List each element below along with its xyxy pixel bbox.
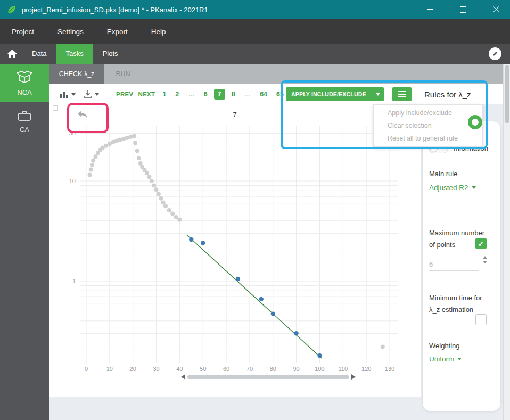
x-tick-label: 110	[339, 366, 348, 372]
included-point[interactable]	[317, 353, 322, 358]
menu-export[interactable]: Export	[107, 28, 128, 36]
spin-down-icon[interactable]	[483, 261, 487, 263]
plot-type-dropdown[interactable]	[60, 90, 76, 98]
excluded-point[interactable]	[161, 200, 166, 204]
menu-item-apply-include-exclude[interactable]: Apply include/exclude	[374, 106, 482, 119]
included-point[interactable]	[236, 277, 240, 281]
excluded-point[interactable]	[167, 208, 171, 212]
excluded-point[interactable]	[381, 345, 385, 349]
download-icon	[83, 90, 93, 98]
menu-item-reset-all-to-general-rule[interactable]: Reset all to general rule	[374, 132, 482, 145]
excluded-point[interactable]	[135, 149, 139, 153]
excluded-point[interactable]	[150, 179, 154, 183]
task-sidebar: NCA CA	[0, 64, 49, 420]
pager-page-6[interactable]: 6	[201, 89, 210, 100]
x-tick-label: 40	[176, 366, 183, 372]
excluded-point[interactable]	[137, 156, 141, 160]
close-button[interactable]	[482, 0, 510, 19]
check-toolbar: PREV NEXT 12…678…6465 APPLY INCLUDE/EXCL…	[49, 84, 503, 104]
scrollbar-thumb[interactable]	[505, 65, 509, 123]
included-point[interactable]	[201, 241, 205, 245]
x-tick-label: 100	[315, 366, 324, 372]
tab-tasks[interactable]: Tasks	[56, 44, 93, 64]
titlebar: project_Remi_infusion_SD.pkx [demo] * - …	[0, 0, 510, 19]
excluded-point[interactable]	[145, 171, 149, 175]
excluded-point[interactable]	[174, 215, 178, 219]
excluded-point[interactable]	[132, 134, 136, 138]
excluded-point[interactable]	[177, 218, 182, 222]
main-rule-select[interactable]: Adjusted R2	[429, 184, 476, 192]
tab-check-lambda-z[interactable]: CHECK λ_z	[49, 64, 104, 84]
tab-plots[interactable]: Plots	[93, 44, 128, 64]
menubar-items: ProjectSettingsExportHelp	[0, 19, 510, 44]
scrollbar-track[interactable]	[187, 375, 349, 379]
export-dropdown[interactable]	[83, 90, 99, 98]
spin-up-icon[interactable]	[483, 256, 487, 259]
sidebar-item-nca[interactable]: NCA	[0, 64, 49, 102]
scroll-right-icon[interactable]	[351, 374, 356, 380]
menu-settings[interactable]: Settings	[57, 28, 84, 36]
feedback-chat-button[interactable]	[489, 47, 501, 60]
pager-page-8[interactable]: 8	[229, 89, 238, 100]
pager-pages: 12…678…6465	[160, 89, 286, 100]
x-tick-label: 70	[246, 366, 253, 372]
weighting-value: Uniform	[429, 355, 454, 363]
lambda-z-plot[interactable]: 301010102030405060708090100110120130	[49, 104, 421, 397]
next-button[interactable]: NEXT	[138, 91, 155, 97]
apply-dropdown-button[interactable]	[372, 87, 384, 101]
home-icon[interactable]	[2, 44, 22, 64]
x-tick-label: 10	[106, 366, 113, 372]
vertical-scrollbar[interactable]	[503, 64, 510, 420]
pager-page-1[interactable]: 1	[160, 89, 169, 100]
panel-round-button[interactable]	[468, 115, 482, 129]
tab-run[interactable]: RUN	[104, 64, 142, 84]
apply-include-exclude-button[interactable]: APPLY INCLUDE/EXCLUDE	[286, 87, 372, 101]
excluded-point[interactable]	[154, 187, 159, 192]
plot-x-scrollbar[interactable]	[181, 373, 356, 381]
pager-ellipsis: …	[242, 89, 254, 100]
excluded-point[interactable]	[133, 141, 137, 145]
pager-ellipsis: …	[185, 89, 198, 100]
max-points-input[interactable]: 6	[429, 256, 479, 271]
included-point[interactable]	[189, 237, 193, 242]
excluded-point[interactable]	[159, 196, 163, 201]
menu-item-clear-selection[interactable]: Clear selection	[374, 119, 482, 132]
pager-page-64[interactable]: 64	[257, 89, 270, 100]
excluded-point[interactable]	[90, 163, 94, 167]
min-time-checkbox[interactable]	[475, 314, 487, 325]
included-point[interactable]	[271, 311, 275, 316]
max-points-checkbox[interactable]	[475, 238, 487, 249]
scroll-left-icon[interactable]	[181, 374, 185, 380]
excluded-point[interactable]	[94, 154, 98, 159]
excluded-point[interactable]	[170, 212, 175, 216]
weighting-select[interactable]: Uniform	[429, 355, 462, 363]
undo-selection-button[interactable]	[76, 109, 89, 120]
excluded-point[interactable]	[89, 168, 93, 172]
min-time-label: Minimum time for λ_z estimation	[429, 292, 493, 316]
excluded-point[interactable]	[91, 159, 95, 163]
excluded-point[interactable]	[152, 184, 156, 188]
menu-project[interactable]: Project	[12, 28, 34, 36]
excluded-point[interactable]	[138, 161, 143, 166]
pager-page-2[interactable]: 2	[172, 89, 182, 100]
close-icon	[492, 6, 500, 13]
menu-help[interactable]: Help	[151, 28, 166, 36]
x-tick-label: 30	[153, 366, 159, 372]
excluded-point[interactable]	[163, 204, 168, 208]
window-title: project_Remi_infusion_SD.pkx [demo] * - …	[22, 6, 208, 14]
minimize-icon	[427, 9, 433, 10]
pager-page-7[interactable]: 7	[214, 89, 225, 100]
maximize-button[interactable]	[451, 0, 475, 19]
excluded-point[interactable]	[147, 175, 151, 179]
excluded-point[interactable]	[88, 173, 92, 177]
tab-data[interactable]: Data	[22, 44, 56, 64]
included-point[interactable]	[294, 331, 298, 335]
minimize-button[interactable]	[417, 0, 442, 19]
prev-button[interactable]: PREV	[116, 91, 134, 97]
excluded-point[interactable]	[157, 192, 161, 196]
actions-menu-button[interactable]	[392, 87, 412, 101]
included-point[interactable]	[259, 297, 264, 301]
max-points-stepper[interactable]	[483, 256, 487, 263]
pager-page-65[interactable]: 65	[274, 89, 286, 100]
sidebar-item-ca[interactable]: CA	[0, 102, 49, 141]
